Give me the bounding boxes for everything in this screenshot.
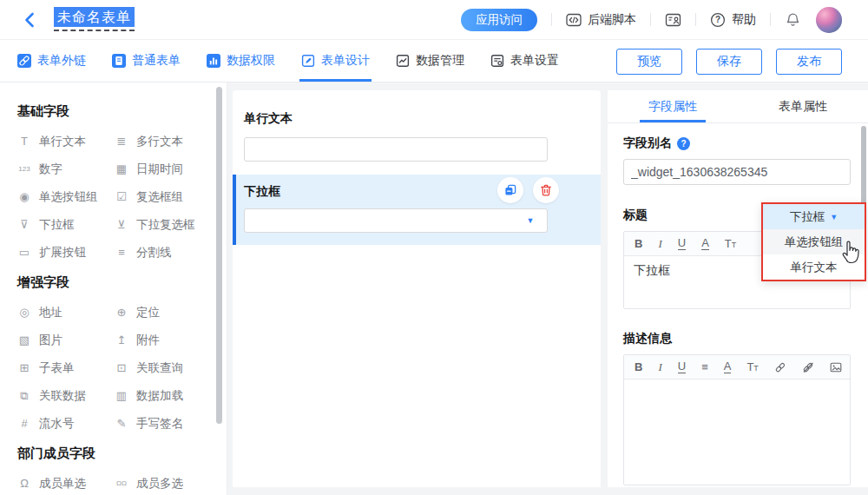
field-item-related-query[interactable]: ⊡关联查询 [115,360,214,376]
dropdown-field-input[interactable]: ▼ [244,208,548,233]
field-type-option[interactable]: 单选按钮组 [763,229,865,254]
field-item-number[interactable]: 123数字 [17,161,115,177]
field-grid: T单行文本≣多行文本123数字▦日期时间◉单选按钮组☑复选框组⊽下拉框⊻下拉复选… [17,133,214,261]
description-editor-body[interactable] [624,380,850,485]
form-designer-app: 未命名表单 应用访问 后端脚本 [0,0,868,495]
field-item-label: 子表单 [39,360,75,376]
field-item-datetime[interactable]: ▦日期时间 [115,161,214,177]
bell-icon [785,11,801,29]
tab-plain-form[interactable]: 普通表单 [112,40,181,82]
field-item-signature[interactable]: ✎手写签名 [115,415,214,432]
rt-font-size-button[interactable]: TT [725,238,736,249]
description-editor-toolbar: BIU≡ATT [624,355,850,380]
field-item-label: 分割线 [136,245,172,261]
field-item-data-load[interactable]: ▥数据加载 [115,387,214,404]
rt-font-color-button[interactable]: A [701,237,709,250]
text-field-input[interactable] [244,137,548,162]
rt-image-button[interactable] [830,361,842,373]
canvas-field-dropdown-selected[interactable]: 下拉框 [233,175,601,245]
rt-align-button[interactable]: ≡ [701,361,708,373]
field-item-dropdown-multi[interactable]: ⊻下拉复选框 [115,216,214,233]
backend-script-button[interactable]: 后端脚本 [566,12,636,28]
tab-label: 数据权限 [227,53,275,69]
field-item-single-line-text[interactable]: T单行文本 [17,133,115,149]
tab-form-design[interactable]: 表单设计 [301,40,370,82]
dropdown-multi-icon: ⊻ [115,218,128,231]
field-item-related-data[interactable]: ⧉关联数据 [17,387,115,404]
panel-tab-form-props[interactable]: 表单属性 [738,90,868,122]
panel-tab-field-props[interactable]: 字段属性 [608,90,738,122]
field-type-options: 单选按钮组单行文本 [763,229,865,280]
field-item-label: 成员单选 [39,476,86,492]
divider [551,13,552,26]
field-item-label: 单选按钮组 [39,189,98,205]
canvas-field-text[interactable]: 单行文本 [233,111,601,162]
field-item-dropdown[interactable]: ⊽下拉框 [17,216,115,233]
back-button[interactable] [21,11,38,29]
tab-form-settings[interactable]: 表单设置 [490,40,559,82]
rt-link-button[interactable] [774,361,786,373]
help-button[interactable]: ? 帮助 [710,12,756,28]
extend-button-icon: ▭ [17,246,31,259]
field-item-serial-number[interactable]: #流水号 [17,415,115,432]
delete-field-button[interactable] [533,177,559,203]
rt-font-size-button[interactable]: TT [746,361,758,373]
field-item-location[interactable]: ⊕定位 [115,304,214,320]
title-label: 标题 [623,208,648,223]
id-card-icon [665,12,681,28]
alias-help-icon[interactable]: ? [677,137,690,150]
publish-button[interactable]: 发布 [776,49,842,75]
tab-form-external-link[interactable]: 表单外链 [17,40,86,82]
field-item-label: 图片 [39,333,62,348]
field-item-extend-button[interactable]: ▭扩展按钮 [17,244,115,261]
rt-bold-button[interactable]: B [635,361,642,373]
app-access-button[interactable]: 应用访问 [461,9,537,31]
sidebar-scrollbar-thumb[interactable] [216,87,222,424]
field-group-title: 增强字段 [17,274,214,291]
rt-font-color-button[interactable]: A [724,360,732,373]
rt-underline-button[interactable]: U [678,237,686,250]
field-item-address[interactable]: ◎地址 [17,304,115,320]
tab-label: 数据管理 [416,53,464,69]
field-item-subform[interactable]: ⊞子表单 [17,360,115,376]
copy-field-button[interactable] [497,177,523,203]
field-group-title: 部门成员字段 [17,446,214,462]
multi-line-text-icon: ≣ [115,135,128,148]
field-grid: ◎地址⊕定位▧图片↥附件⊞子表单⊡关联查询⧉关联数据▥数据加载#流水号✎手写签名 [17,304,214,432]
field-item-member-single[interactable]: Ω成员单选 [17,475,115,492]
field-item-label: 数字 [39,162,62,177]
field-item-image[interactable]: ▧图片 [17,332,115,348]
form-title-input[interactable]: 未命名表单 [54,9,135,31]
rt-underline-button[interactable]: U [678,360,686,373]
field-item-label: 关联查询 [136,360,183,376]
alias-input[interactable] [623,159,851,185]
field-type-option[interactable]: 单行文本 [763,254,865,280]
field-item-multi-line-text[interactable]: ≣多行文本 [115,133,214,149]
rt-bold-button[interactable]: B [635,238,642,249]
tab-label: 表单设计 [321,53,370,69]
field-item-checkbox-group[interactable]: ☑复选框组 [115,188,214,205]
field-item-member-multi[interactable]: ΩΩ成员多选 [115,475,214,492]
rt-unlink-button[interactable] [802,361,814,373]
rt-italic-button[interactable]: I [658,238,661,249]
tab-data-manage[interactable]: 数据管理 [396,40,464,82]
notifications-button[interactable] [785,11,801,29]
dropdown-icon: ⊽ [17,218,31,231]
field-item-label: 多行文本 [136,134,183,149]
data-manage-icon [396,54,410,68]
preview-button[interactable]: 预览 [616,49,682,75]
field-item-label: 下拉框 [39,217,75,233]
tab-data-permission[interactable]: 数据权限 [207,40,275,82]
description-label: 描述信息 [623,331,672,346]
chevron-left-icon [24,12,35,28]
save-button[interactable]: 保存 [696,49,762,75]
rt-italic-button[interactable]: I [658,361,661,373]
field-type-selected[interactable]: 下拉框 ▼ [763,204,865,229]
field-item-radio-group[interactable]: ◉单选按钮组 [17,188,115,205]
members-button[interactable] [665,12,681,28]
field-item-divider[interactable]: ≡分割线 [115,244,214,261]
user-avatar[interactable] [816,7,842,33]
field-item-attachment[interactable]: ↥附件 [115,332,214,348]
signature-icon: ✎ [115,417,128,430]
dropdown-caret-icon[interactable]: ▼ [514,209,547,232]
